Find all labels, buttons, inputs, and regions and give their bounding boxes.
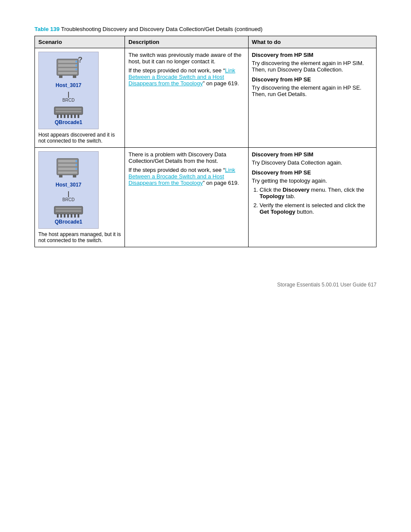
text-se-2: Try getting the topology again. [252, 177, 373, 184]
svg-point-9 [75, 68, 77, 70]
desc-suffix-1: ” on page 619. [203, 80, 239, 87]
svg-rect-11 [56, 108, 81, 110]
qbrocade-label-1: QBrocade1 [55, 119, 82, 125]
table-header-row: Scenario Description What to do [35, 36, 377, 48]
svg-rect-19 [78, 115, 79, 118]
host-label-1: Host_3017 [56, 82, 81, 88]
col-header-whattodo: What to do [248, 36, 376, 48]
description-cell-1: The switch was previously made aware of … [125, 48, 248, 148]
svg-rect-31 [56, 208, 81, 209]
server-no-question [55, 155, 83, 181]
connection-line-2 [68, 191, 69, 197]
svg-rect-12 [56, 111, 81, 112]
step-1: Click the Discovery menu. Then, click th… [260, 187, 373, 199]
step-1-bold1: Discovery [283, 187, 309, 193]
svg-rect-36 [67, 214, 69, 218]
whattodo-cell-1: Discovery from HP SIM Try discovering th… [248, 48, 376, 148]
heading-se-2: Discovery from HP SE [252, 169, 373, 176]
svg-rect-16 [67, 115, 69, 118]
svg-rect-17 [71, 115, 72, 118]
switch-icon-1 [53, 103, 84, 118]
main-table: Scenario Description What to do [34, 36, 377, 247]
svg-rect-24 [58, 171, 77, 174]
svg-rect-18 [74, 115, 76, 118]
scenario-image-1: ? Host_3017 BRCD [38, 52, 99, 129]
svg-rect-39 [78, 214, 79, 218]
col-header-description: Description [125, 36, 248, 48]
svg-rect-4 [58, 72, 77, 74]
svg-point-29 [75, 168, 77, 170]
svg-rect-15 [64, 115, 65, 118]
text-sim-2: Try Discovery Data Collection again. [252, 159, 373, 166]
step-2: Verify the element is selected and click… [260, 202, 373, 215]
text-se-1: Try discovering the element again in HP … [252, 84, 373, 97]
svg-rect-3 [58, 68, 77, 71]
step-2-prefix: Verify the element is selected and click… [260, 202, 365, 208]
scenario-image-2: Host_3017 BRCD [38, 151, 99, 229]
switch-icon-2 [53, 203, 84, 218]
svg-rect-21 [58, 160, 77, 162]
svg-rect-22 [58, 164, 77, 166]
brcd-label-2: BRCD [62, 197, 75, 202]
scenario-cell-2: Host_3017 BRCD [35, 148, 125, 247]
desc-suffix-2: ” on page 619. [203, 180, 239, 186]
step-1-prefix: Click the [260, 187, 283, 193]
svg-rect-38 [74, 214, 76, 218]
svg-rect-14 [60, 115, 62, 118]
scenario-cell-1: ? Host_3017 BRCD [35, 48, 125, 148]
svg-rect-35 [64, 214, 65, 218]
table-row: Host_3017 BRCD [35, 148, 377, 247]
step-1-mid: menu. Then, click the [309, 187, 364, 193]
svg-point-7 [75, 61, 77, 62]
connection-line-1 [68, 92, 69, 98]
question-mark-icon: ? [78, 56, 83, 65]
qbrocade-label-2: QBrocade1 [55, 219, 82, 225]
server-with-question: ? [55, 56, 83, 81]
svg-rect-34 [60, 214, 62, 218]
svg-rect-37 [71, 214, 72, 218]
svg-point-27 [75, 160, 77, 162]
step-1-bold2: Topology [260, 193, 285, 199]
svg-rect-32 [56, 210, 81, 212]
whattodo-cell-2: Discovery from HP SIM Try Discovery Data… [248, 148, 376, 247]
step-2-bold: Get Topology [260, 208, 296, 215]
scenario-caption-2: The host appears managed, but it is not … [38, 231, 121, 243]
steps-list: Click the Discovery menu. Then, click th… [252, 187, 373, 215]
svg-rect-33 [57, 214, 59, 218]
brcd-label-1: BRCD [62, 98, 75, 103]
table-row: ? Host_3017 BRCD [35, 48, 377, 148]
heading-sim-1: Discovery from HP SIM [252, 52, 373, 58]
svg-rect-23 [58, 168, 77, 170]
table-label: Table 139 [34, 26, 59, 32]
svg-rect-5 [59, 75, 62, 78]
svg-rect-1 [58, 60, 77, 63]
desc-para-2-1: There is a problem with Discovery Data C… [128, 151, 244, 164]
desc-para-1-2: If the steps provided do not work, see “… [128, 67, 244, 87]
svg-rect-25 [59, 175, 62, 177]
text-sim-1: Try discovering the element again in HP … [252, 60, 373, 73]
svg-rect-13 [57, 115, 59, 118]
svg-rect-6 [73, 75, 76, 78]
scenario-caption-1: Host appears discovered and it is not co… [38, 132, 121, 144]
heading-sim-2: Discovery from HP SIM [252, 151, 373, 158]
host-label-2: Host_3017 [56, 182, 81, 188]
desc-prefix-1: If the steps provided do not work, see “ [128, 67, 225, 74]
server-icon-2 [55, 155, 81, 179]
svg-rect-2 [58, 64, 77, 67]
table-title: Troubleshooting Discovery and Discovery … [61, 26, 263, 32]
server-icon-1 [55, 56, 81, 79]
svg-point-28 [75, 164, 77, 166]
footer: Storage Essentials 5.00.01 User Guide 61… [34, 282, 377, 288]
col-header-scenario: Scenario [35, 36, 125, 48]
desc-para-2-2: If the steps provided do not work, see “… [128, 167, 244, 186]
svg-point-8 [75, 65, 77, 66]
desc-prefix-2: If the steps provided do not work, see “ [128, 167, 225, 173]
step-2-suffix: button. [295, 208, 314, 215]
step-1-suffix: tab. [284, 193, 295, 199]
desc-para-1-1: The switch was previously made aware of … [128, 52, 244, 65]
table-caption: Table 139 Troubleshooting Discovery and … [34, 26, 377, 32]
svg-rect-26 [73, 175, 76, 177]
description-cell-2: There is a problem with Discovery Data C… [125, 148, 248, 247]
heading-se-1: Discovery from HP SE [252, 76, 373, 83]
